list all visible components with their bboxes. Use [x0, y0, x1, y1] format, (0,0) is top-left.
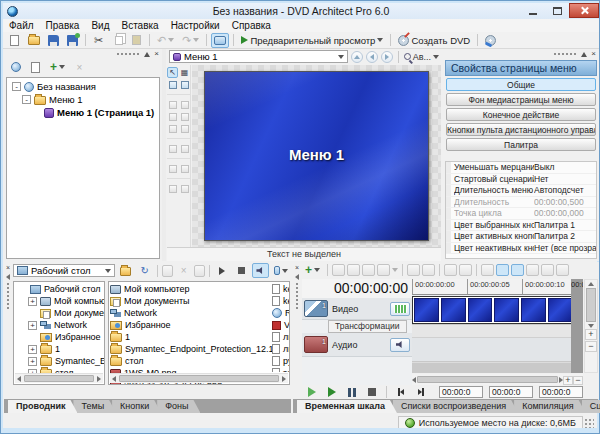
properties-section-button[interactable]: Кнопки пульта дистанционного управления — [446, 123, 596, 136]
explorer-tree-item[interactable]: + Мой компьютер — [15, 295, 103, 307]
explorer-tab[interactable]: Кнопки — [112, 400, 161, 413]
align-top-tool[interactable] — [179, 99, 190, 110]
refresh-button[interactable]: ↻ — [136, 263, 153, 278]
play-button[interactable] — [324, 386, 340, 398]
property-row[interactable]: Длительность 00:00:00,500 — [446, 197, 596, 209]
zoom-out-time-button[interactable]: − — [573, 376, 583, 385]
new-project-button[interactable] — [6, 33, 23, 48]
expand-toggle-icon[interactable]: + — [28, 345, 37, 354]
delete-item-button[interactable]: × — [71, 60, 88, 75]
loop-button[interactable] — [556, 264, 569, 276]
explorer-tree-item[interactable]: Рабочий стол — [15, 283, 103, 295]
sizing-tool[interactable]: ▦ — [179, 67, 190, 78]
file-list-item[interactable]: R- — [272, 307, 290, 319]
undo-button[interactable]: ↶ — [154, 33, 177, 48]
delete-file-button[interactable]: × — [175, 263, 192, 278]
file-list-item[interactable]: ру — [272, 355, 290, 367]
file-list-item[interactable]: ke — [272, 295, 290, 307]
file-list-item[interactable]: ke — [272, 283, 290, 295]
audio-track-header[interactable]: 1 Аудио — [302, 333, 412, 357]
trim-event-button[interactable] — [459, 264, 472, 276]
splitter[interactable] — [162, 49, 166, 261]
stop-button[interactable] — [364, 386, 380, 398]
property-value[interactable]: Нет (все прозрач... — [534, 243, 596, 253]
video-frames-button[interactable] — [390, 302, 410, 316]
menu-item[interactable]: Справка — [226, 20, 277, 31]
expand-toggle-icon[interactable]: - — [12, 82, 21, 91]
nav-up-button[interactable] — [351, 51, 363, 63]
quantize-toggle[interactable] — [511, 264, 524, 276]
menu-selector-combobox[interactable]: Меню 1 — [169, 50, 348, 63]
same-height-tool[interactable] — [179, 143, 190, 154]
explorer-tab[interactable]: Фоны — [157, 400, 200, 413]
collapse-icon[interactable] — [581, 52, 587, 57]
resize-grip[interactable] — [584, 418, 594, 428]
expand-toggle-icon[interactable]: + — [28, 321, 37, 330]
timeline-vscrollbar[interactable]: + − — [584, 279, 598, 373]
cut-event-button[interactable] — [444, 264, 457, 276]
menu-frames-event[interactable] — [412, 296, 575, 324]
explorer-tab[interactable]: Проводник — [8, 400, 77, 413]
align-left-tool[interactable] — [167, 99, 178, 110]
panel-grip[interactable] — [116, 52, 140, 56]
snapping-button[interactable] — [481, 264, 494, 276]
preview-button[interactable]: Предварительный просмотр — [238, 33, 386, 48]
insert-marker-button[interactable] — [377, 264, 390, 276]
close-button[interactable] — [569, 3, 599, 18]
selection-start-box[interactable]: 00:00:0 — [439, 386, 483, 398]
lock-markers-button[interactable] — [407, 264, 420, 276]
make-dvd-button[interactable]: Создать DVD — [395, 33, 473, 48]
keyframe-button[interactable] — [332, 264, 345, 276]
expand-toggle-icon[interactable] — [28, 309, 37, 318]
file-list-item[interactable]: стол — [110, 355, 288, 367]
menu-title-text[interactable]: Меню 1 — [205, 146, 428, 163]
properties-section-button[interactable]: Конечное действие — [446, 108, 596, 121]
play-media-button[interactable] — [214, 263, 231, 278]
menu-item[interactable]: Вставка — [115, 20, 164, 31]
nav-back-button[interactable] — [366, 51, 378, 63]
copy-button[interactable] — [109, 33, 126, 48]
property-row[interactable]: Точка цикла 00:00:00,000 — [446, 208, 596, 220]
up-folder-button[interactable] — [117, 263, 134, 278]
center-h-tool[interactable] — [167, 111, 178, 122]
cut-button[interactable]: ✂ — [90, 33, 107, 48]
zoom-control[interactable]: Ав... — [404, 52, 439, 62]
tree-hscrollbar[interactable] — [15, 373, 103, 383]
project-tree-item[interactable]: Меню 1 (Страница 1) — [9, 106, 157, 119]
menu-item[interactable]: Файл — [3, 20, 40, 31]
audio-mute-button[interactable] — [390, 338, 410, 352]
new-folder-button[interactable] — [162, 265, 173, 277]
property-value[interactable]: Палитра 1 — [534, 220, 596, 230]
timeline-tab[interactable]: Сценарии DVD — [582, 400, 600, 413]
space-across-tool[interactable] — [167, 163, 178, 174]
properties-section-button[interactable]: Фон медиастраницы меню — [446, 93, 596, 106]
video-frame-thumbnail[interactable] — [548, 298, 573, 322]
zoom-in-track-button[interactable]: + — [585, 329, 597, 340]
panel-grip[interactable] — [295, 282, 299, 310]
menu-canvas[interactable]: Меню 1 — [204, 71, 429, 241]
burn-disc-button[interactable] — [482, 33, 499, 48]
explorer-tree-item[interactable]: + Network — [15, 319, 103, 331]
file-list-item[interactable]: 1 — [110, 331, 288, 343]
panel-grip[interactable] — [6, 282, 10, 310]
timeline-tab[interactable]: Компиляция — [514, 400, 586, 413]
same-width-tool[interactable] — [167, 143, 178, 154]
save-button[interactable] — [45, 33, 62, 48]
align-right-tool[interactable] — [167, 123, 178, 134]
property-row[interactable]: Цвет выбранных кнопок Палитра 1 — [446, 220, 596, 232]
dock-icon[interactable] — [295, 274, 299, 280]
timeline-hscrollbar[interactable]: + − — [412, 374, 583, 385]
auto-ripple-toggle[interactable] — [496, 264, 509, 276]
auto-preview-toggle[interactable] — [252, 263, 269, 278]
marker-out-button[interactable] — [362, 264, 375, 276]
selection-length-box[interactable]: 00:00:0 — [539, 386, 583, 398]
minimize-button[interactable] — [521, 3, 545, 18]
group-button[interactable] — [526, 264, 539, 276]
selection-end-box[interactable]: 00:00:0 — [489, 386, 533, 398]
property-row[interactable]: Цвет активных кнопок Палитра 2 — [446, 231, 596, 243]
close-panel-icon[interactable]: × — [154, 50, 159, 58]
panel-grip[interactable] — [553, 52, 577, 56]
dock-icon[interactable] — [6, 274, 10, 280]
open-button[interactable] — [25, 33, 43, 48]
menu-item[interactable]: Настройки — [165, 20, 226, 31]
